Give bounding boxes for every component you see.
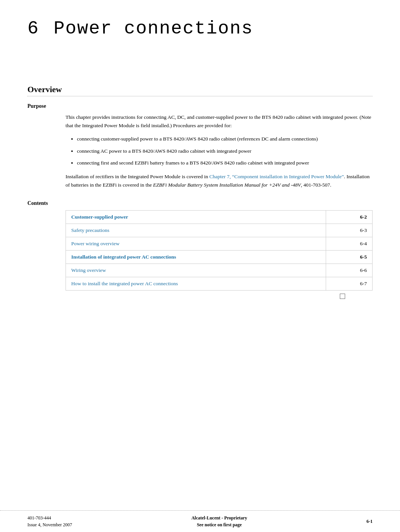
footer-issue: Issue 4, November 2007 (27, 521, 72, 528)
overview-divider (27, 96, 373, 96)
chapter-title: Power connections (54, 18, 253, 39)
footer-notice: See notice on first page (191, 521, 247, 528)
toc-cell-text: Wiring overview (66, 264, 326, 277)
footer-page: 6-1 (366, 519, 373, 524)
page-container: 6 Power connections Overview Purpose Thi… (0, 0, 400, 532)
contents-table: Customer-supplied power6-2Safety precaut… (66, 210, 373, 291)
toc-row: Power wiring overview6-4 (66, 237, 373, 251)
contents-section: Contents Customer-supplied power6-2Safet… (27, 200, 373, 301)
small-box-container (27, 294, 373, 301)
purpose-body1: This chapter provides instructions for c… (66, 113, 373, 129)
purpose-label: Purpose (27, 103, 373, 109)
toc-row: Wiring overview6-6 (66, 264, 373, 277)
purpose-section: Purpose This chapter provides instructio… (27, 103, 373, 189)
toc-link-1[interactable]: Safety precautions (71, 227, 109, 233)
corner-box (340, 294, 345, 299)
toc-cell-page: 6-6 (326, 264, 373, 277)
footer: 401-703-444 Issue 4, November 2007 Alcat… (0, 510, 400, 532)
toc-cell-page: 6-5 (326, 251, 373, 264)
footer-doc-number: 401-703-444 (27, 514, 72, 521)
bullet-item-3: connecting first and second EZBFi batter… (77, 159, 373, 167)
purpose-body2: Installation of rectifiers in the Integr… (66, 173, 373, 189)
toc-cell-text: Power wiring overview (66, 237, 326, 251)
bullet-item-2: connecting AC power to a BTS 8420/AWS 84… (77, 147, 373, 155)
toc-cell-page: 6-3 (326, 224, 373, 237)
body2-prefix: Installation of rectifiers in the Integr… (66, 174, 210, 179)
toc-link-3[interactable]: Installation of integrated power AC conn… (71, 254, 176, 260)
footer-center: Alcatel-Lucent - Proprietary See notice … (191, 514, 247, 528)
chapter-number: 6 (27, 18, 38, 39)
toc-cell-text: Customer-supplied power (66, 211, 326, 224)
body2-suffix: , 401-703-507. (301, 182, 331, 188)
footer-left: 401-703-444 Issue 4, November 2007 (27, 514, 72, 528)
footer-company: Alcatel-Lucent - Proprietary (191, 514, 247, 521)
toc-row: Safety precautions6-3 (66, 224, 373, 237)
toc-row: Installation of integrated power AC conn… (66, 251, 373, 264)
body2-italic: EZBFi Modular Battery System Installatio… (153, 182, 301, 188)
toc-link-4[interactable]: Wiring overview (71, 267, 106, 273)
chapter7-link[interactable]: Chapter 7, “Component installation in In… (210, 174, 344, 179)
toc-cell-text: How to install the integrated power AC c… (66, 277, 326, 291)
overview-section: Overview Purpose This chapter provides i… (27, 85, 373, 301)
purpose-bullets: connecting customer-supplied power to a … (77, 135, 373, 167)
toc-row: Customer-supplied power6-2 (66, 211, 373, 224)
main-content: 6 Power connections Overview Purpose Thi… (0, 0, 400, 510)
toc-link-0[interactable]: Customer-supplied power (71, 214, 128, 220)
chapter-header: 6 Power connections (27, 18, 373, 39)
toc-cell-text: Safety precautions (66, 224, 326, 237)
toc-cell-page: 6-2 (326, 211, 373, 224)
bullet-item-1: connecting customer-supplied power to a … (77, 135, 373, 143)
overview-heading: Overview (27, 85, 373, 94)
toc-cell-page: 6-4 (326, 237, 373, 251)
toc-link-2[interactable]: Power wiring overview (71, 241, 120, 246)
toc-cell-text: Installation of integrated power AC conn… (66, 251, 326, 264)
toc-row: How to install the integrated power AC c… (66, 277, 373, 291)
toc-link-5[interactable]: How to install the integrated power AC c… (71, 281, 178, 286)
toc-cell-page: 6-7 (326, 277, 373, 291)
contents-table-body: Customer-supplied power6-2Safety precaut… (66, 211, 373, 291)
contents-label: Contents (27, 200, 373, 206)
